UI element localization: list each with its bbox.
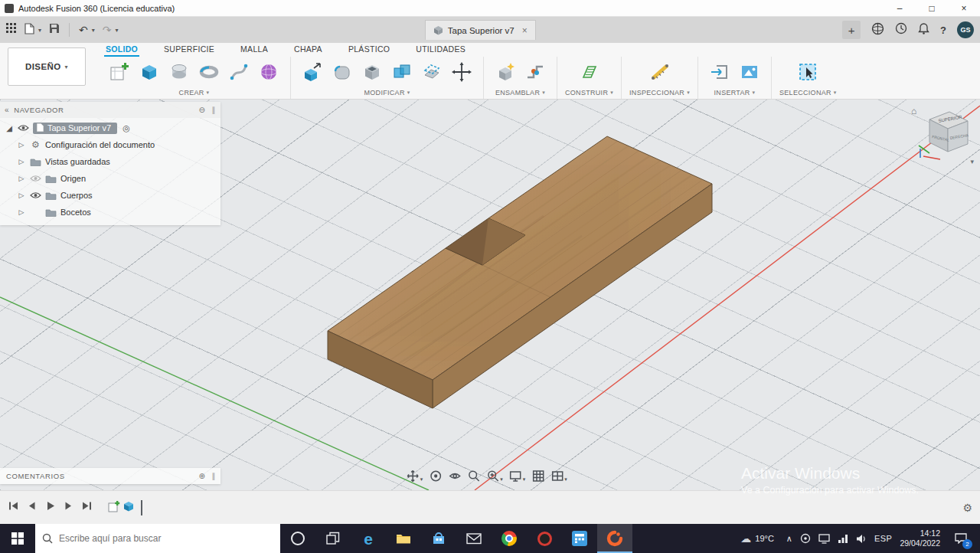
step-forward-button[interactable] (63, 500, 74, 515)
collapse-all-icon[interactable]: ⊖ (198, 106, 205, 114)
group-label-inspeccionar[interactable]: INSPECCIONAR (629, 89, 684, 97)
collapse-panel-icon[interactable]: « (5, 106, 9, 114)
visibility-eye-icon[interactable] (30, 191, 41, 199)
step-back-button[interactable] (26, 500, 38, 515)
expand-icon[interactable]: ▷ (17, 208, 26, 216)
press-pull-button[interactable] (299, 57, 326, 87)
tab-superficie[interactable]: SUPERFICIE (162, 43, 216, 57)
app-menu-button[interactable] (6, 23, 17, 37)
pan-button[interactable]: ▾ (405, 468, 425, 484)
group-label-construir[interactable]: CONSTRUIR (565, 89, 608, 97)
group-label-crear[interactable]: CREAR (179, 89, 204, 97)
form-button[interactable] (255, 57, 283, 87)
revolve-button[interactable] (165, 57, 193, 87)
weather-widget[interactable]: ☁ 19°C (736, 532, 779, 545)
file-explorer-button[interactable] (386, 524, 421, 553)
visibility-eye-icon[interactable] (30, 175, 41, 182)
tab-plastico[interactable]: PLÁSTICO (347, 43, 391, 57)
store-button[interactable] (421, 524, 456, 553)
maximize-button[interactable]: □ (916, 0, 948, 16)
comment-pin-icon[interactable]: ⊕ (198, 472, 205, 480)
view-cube[interactable]: ⌂ SUPERIOR FRONTAL DERECHA ▾ (911, 103, 975, 167)
grid-snaps-button[interactable] (530, 468, 546, 484)
redo-arrow[interactable]: ▾ (116, 27, 119, 34)
tab-chapa[interactable]: CHAPA (292, 43, 324, 57)
tree-item-named-views[interactable]: ▷ Vistas guardadas (0, 153, 220, 170)
expand-icon[interactable]: ▷ (17, 141, 26, 149)
shell-button[interactable] (358, 57, 386, 87)
clock-widget[interactable]: 14:12 29/04/2022 (900, 528, 940, 548)
fusion-360-button[interactable] (597, 524, 632, 553)
visibility-eye-icon[interactable] (18, 124, 29, 132)
comments-panel[interactable]: COMENTARIOS ⊕ ∥ (0, 468, 220, 484)
timeline-position-marker[interactable] (141, 500, 142, 515)
start-button[interactable] (0, 524, 35, 553)
go-to-end-button[interactable] (81, 500, 93, 515)
select-button[interactable] (794, 57, 822, 87)
cortana-button[interactable] (280, 524, 315, 553)
create-sketch-button[interactable] (106, 57, 133, 87)
go-to-start-button[interactable] (8, 500, 19, 515)
job-status-button[interactable] (895, 22, 907, 38)
fillet-button[interactable] (328, 57, 356, 87)
group-label-modificar[interactable]: MODIFICAR (364, 89, 404, 97)
tab-utilidades[interactable]: UTILIDADES (414, 43, 467, 57)
redo-button[interactable]: ↷ (103, 25, 112, 35)
edge-button[interactable]: e (351, 524, 386, 553)
tree-item-origin[interactable]: ▷ Origen (0, 170, 220, 187)
move-copy-button[interactable] (448, 57, 475, 87)
construction-plane-button[interactable] (576, 57, 603, 87)
notifications-button[interactable] (918, 22, 929, 38)
hidden-icons-chevron[interactable]: ∧ (786, 534, 792, 544)
group-label-insertar[interactable]: INSERTAR (714, 89, 750, 97)
file-menu-arrow[interactable]: ▾ (38, 27, 41, 34)
tray-app-button[interactable] (800, 533, 811, 544)
document-tab-close-icon[interactable]: × (522, 25, 528, 36)
timeline-settings-gear-icon[interactable]: ⚙ (962, 502, 972, 514)
mail-button[interactable] (456, 524, 492, 553)
look-at-button[interactable] (446, 468, 462, 484)
measure-button[interactable] (646, 57, 674, 87)
volume-tray-button[interactable] (856, 534, 867, 544)
offset-face-button[interactable] (418, 57, 446, 87)
minimize-button[interactable]: – (884, 0, 916, 16)
tab-malla[interactable]: MALLA (239, 43, 270, 57)
insert-derive-button[interactable] (706, 57, 733, 87)
group-label-ensamblar[interactable]: ENSAMBLAR (495, 89, 540, 97)
expand-icon[interactable]: ▷ (17, 158, 26, 165)
network-tray-button[interactable] (838, 534, 848, 543)
play-button[interactable] (44, 500, 56, 515)
user-avatar[interactable]: GS (957, 21, 974, 38)
tree-item-sketches[interactable]: ▷ Bocetos (0, 204, 220, 221)
extensions-button[interactable] (871, 22, 884, 38)
view-cube-menu-arrow[interactable]: ▾ (970, 158, 974, 165)
chrome-button[interactable] (492, 524, 527, 553)
orbit-button[interactable] (427, 468, 443, 484)
tab-solido[interactable]: SOLIDO (104, 43, 139, 57)
tree-item-bodies[interactable]: ▷ Cuerpos (0, 187, 220, 204)
save-button[interactable] (49, 23, 60, 37)
document-tab[interactable]: Tapa Superior v7 × (425, 20, 536, 40)
tree-item-root[interactable]: ◢ Tapa Superior v7 ◎ (0, 119, 220, 136)
sweep-button[interactable] (195, 57, 223, 87)
extrude-button[interactable] (136, 57, 163, 87)
task-view-button[interactable] (315, 524, 351, 553)
zoom-button[interactable] (466, 468, 482, 484)
display-settings-button[interactable]: ▾ (508, 468, 528, 484)
calculator-button[interactable] (562, 524, 597, 553)
workspace-selector[interactable]: DISEÑO ▾ (8, 47, 86, 86)
tree-item-document-settings[interactable]: ▷ ⚙ Configuración del documento (0, 136, 220, 153)
expand-icon[interactable]: ▷ (17, 175, 26, 182)
undo-arrow[interactable]: ▾ (92, 27, 95, 34)
language-indicator[interactable]: ESP (874, 534, 893, 543)
canvas-button[interactable] (736, 57, 763, 87)
home-view-icon[interactable]: ⌂ (911, 106, 916, 116)
media-app-button[interactable] (527, 524, 562, 553)
pipe-button[interactable] (225, 57, 253, 87)
group-label-seleccionar[interactable]: SELECCIONAR (779, 89, 831, 97)
activate-component-icon[interactable]: ◎ (122, 123, 130, 133)
body-tapa-superior[interactable] (328, 136, 712, 408)
undo-button[interactable]: ↶ (79, 25, 88, 35)
expand-icon[interactable]: ◢ (5, 124, 14, 133)
joint-button[interactable] (521, 57, 549, 87)
